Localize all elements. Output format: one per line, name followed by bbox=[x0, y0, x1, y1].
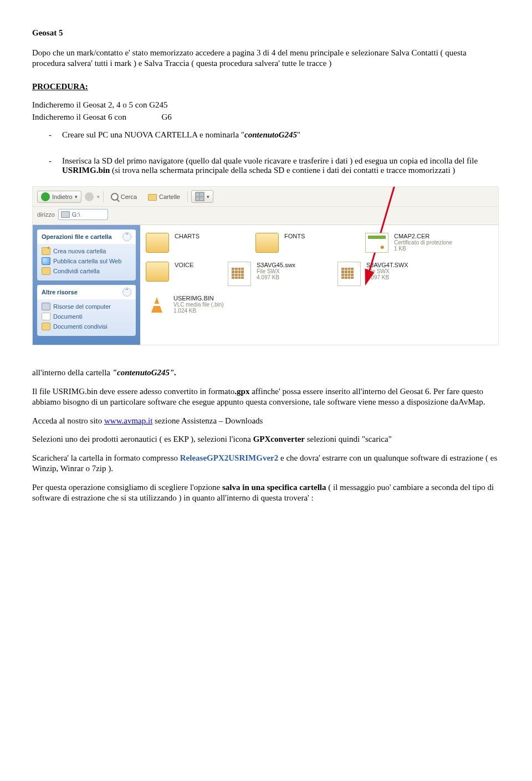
text: all'interno della cartella bbox=[32, 368, 112, 377]
address-value: G:\ bbox=[72, 211, 80, 218]
paragraph-convert-gpx: Il file USRIMG.bin deve essere adesso co… bbox=[32, 386, 500, 408]
paragraph-gpxconverter: Selezioni uno dei prodotti aeronautici (… bbox=[32, 434, 500, 445]
forward-button[interactable] bbox=[85, 192, 94, 201]
bullet-text: Creare sul PC una NUOVA CARTELLA e nomin… bbox=[62, 130, 300, 140]
label: Cartelle bbox=[159, 193, 180, 200]
folder-fonts[interactable]: FONTS bbox=[255, 233, 350, 253]
address-label: dirizzo bbox=[37, 211, 55, 218]
back-button[interactable]: Indietro ▾ bbox=[37, 191, 81, 203]
chevron-down-icon: ▾ bbox=[207, 194, 209, 200]
label: Cerca bbox=[121, 193, 137, 200]
file-name: VOICE bbox=[175, 262, 193, 268]
sidebar-item-publish-web[interactable]: Pubblica cartella sul Web bbox=[42, 256, 131, 266]
folders-button[interactable]: Cartelle bbox=[144, 191, 184, 202]
file-s3avg4t-swx[interactable]: S3AVG4T.SWX File SWX 4.097 KB bbox=[337, 262, 432, 286]
globe-icon bbox=[42, 257, 50, 265]
avmap-link[interactable]: www.avmap.it bbox=[104, 416, 152, 425]
file-type: VLC media file (.bin) bbox=[173, 302, 224, 308]
folder-icon bbox=[255, 233, 279, 253]
swx-file-icon bbox=[228, 262, 251, 286]
sidebar-item-new-folder[interactable]: Crea nuova cartella bbox=[42, 246, 131, 256]
dash-icon: - bbox=[49, 156, 62, 175]
views-button[interactable]: ▾ bbox=[191, 190, 213, 203]
folder-voice[interactable]: VOICE bbox=[146, 262, 212, 286]
file-type: File SWX bbox=[366, 268, 408, 274]
file-cmap2-cer[interactable]: CMAP2.CER Certificato di protezione 1 KB bbox=[365, 233, 470, 253]
file-size: 4.097 KB bbox=[257, 274, 295, 280]
bullet-text: Inserisca la SD del primo navigatore (qu… bbox=[62, 156, 500, 175]
text: Selezioni uno dei prodotti aeronautici (… bbox=[32, 435, 253, 443]
file-s3avg45-swx[interactable]: S3AVG45.swx File SWX 4.097 KB bbox=[228, 262, 322, 286]
folder-icon bbox=[148, 194, 157, 201]
bold: GPXconverter bbox=[253, 435, 305, 443]
file-name: CHARTS bbox=[175, 233, 200, 239]
sidebar-item-documents[interactable]: Documenti bbox=[42, 312, 131, 321]
file-size: 4.097 KB bbox=[366, 274, 408, 280]
text: sezione Assistenza – Downloads bbox=[152, 416, 263, 425]
text: Indicheremo il Geosat 6 con bbox=[32, 113, 126, 121]
procedura-heading: PROCEDURA: bbox=[32, 82, 88, 91]
folder-charts[interactable]: CHARTS bbox=[146, 233, 240, 253]
line-indicheremo-g245: Indicheremo il Geosat 2, 4 o 5 con G245 bbox=[32, 100, 500, 111]
address-input[interactable]: G:\ bbox=[58, 209, 108, 220]
text: Per questa operazione consigliamo di sce… bbox=[32, 483, 222, 492]
chevron-down-icon: ▾ bbox=[75, 194, 78, 200]
label: Crea nuova cartella bbox=[53, 248, 106, 254]
views-icon bbox=[195, 192, 204, 201]
document-page: Geosat 5 Dopo che un mark/contatto e' st… bbox=[0, 0, 532, 520]
explorer-toolbar: Indietro ▾ ▾ Cerca Cartelle ▾ bbox=[33, 187, 498, 207]
folder-icon bbox=[146, 233, 169, 253]
computer-icon bbox=[42, 303, 50, 310]
label: Documenti condivisi bbox=[53, 323, 108, 330]
text: " bbox=[297, 130, 300, 139]
section-title: Geosat 5 bbox=[32, 28, 500, 39]
bullet-insert-sd: - Inserisca la SD del primo navigatore (… bbox=[49, 156, 500, 175]
label: Pubblica cartella sul Web bbox=[53, 258, 121, 264]
chevron-down-icon: ▾ bbox=[97, 194, 100, 200]
label: Operazioni file e cartella bbox=[42, 233, 112, 240]
search-button[interactable]: Cerca bbox=[107, 191, 141, 202]
text: Inserisca la SD del primo navigatore (qu… bbox=[62, 156, 478, 165]
label: Condividi cartella bbox=[53, 268, 100, 274]
swx-file-icon bbox=[337, 262, 361, 286]
sidebar-item-shared-docs[interactable]: Documenti condivisi bbox=[42, 321, 131, 331]
intro-paragraph: Dopo che un mark/contatto e' stato memor… bbox=[32, 48, 500, 69]
text: Scarichera' la cartella in formato compr… bbox=[32, 453, 180, 462]
text: G6 bbox=[161, 113, 171, 121]
label: Documenti bbox=[53, 313, 83, 320]
sidebar-panel-header[interactable]: Altre risorse ˆ bbox=[37, 285, 136, 299]
label: Indietro bbox=[52, 193, 73, 200]
vlc-cone-icon bbox=[146, 295, 168, 317]
dash-icon: - bbox=[49, 130, 62, 140]
file-name: S3AVG4T.SWX bbox=[366, 262, 408, 268]
paragraph-website: Acceda al nostro sito www.avmap.it sezio… bbox=[32, 416, 500, 427]
explorer-sidebar: Operazioni file e cartella ˆ Crea nuova … bbox=[33, 225, 140, 345]
explorer-body: Operazioni file e cartella ˆ Crea nuova … bbox=[33, 225, 498, 345]
file-userimg-bin[interactable]: USERIMG.BIN VLC media file (.bin) 1.024 … bbox=[146, 295, 251, 317]
sidebar-panel-other: Altre risorse ˆ Risorse del computer Doc… bbox=[37, 285, 136, 336]
share-folder-icon bbox=[42, 267, 50, 275]
text: Il file USRIMG.bin deve essere adesso co… bbox=[32, 387, 234, 396]
file-name: S3AVG45.swx bbox=[257, 262, 295, 268]
bold-ext: .gpx bbox=[234, 387, 249, 396]
file-size: 1.024 KB bbox=[173, 308, 224, 314]
text: (si trova nella schermata principale del… bbox=[110, 166, 455, 175]
certificate-icon bbox=[365, 233, 388, 253]
filename-bold: USRIMG.bin bbox=[62, 166, 110, 175]
file-name: FONTS bbox=[284, 233, 305, 239]
file-size: 1 KB bbox=[394, 246, 452, 252]
sidebar-item-my-computer[interactable]: Risorse del computer bbox=[42, 302, 131, 312]
line-indicheremo-g6: Indicheremo il Geosat 6 con G6 bbox=[32, 112, 500, 123]
sidebar-panel-header[interactable]: Operazioni file e cartella ˆ bbox=[37, 229, 136, 244]
new-folder-icon bbox=[42, 247, 50, 255]
bullet-create-folder: - Creare sul PC una NUOVA CARTELLA e nom… bbox=[49, 130, 500, 140]
file-type: Certificato di protezione bbox=[394, 239, 452, 246]
text: Creare sul PC una NUOVA CARTELLA e nomin… bbox=[62, 130, 244, 139]
paragraph-download: Scarichera' la cartella in formato compr… bbox=[32, 453, 500, 474]
back-arrow-icon bbox=[41, 192, 50, 201]
file-name: USERIMG.BIN bbox=[173, 295, 224, 302]
folder-icon bbox=[146, 262, 169, 282]
sidebar-item-share-folder[interactable]: Condividi cartella bbox=[42, 266, 131, 276]
paragraph-extract-option: Per questa operazione consigliamo di sce… bbox=[32, 482, 500, 504]
address-bar: dirizzo G:\ bbox=[33, 207, 498, 225]
